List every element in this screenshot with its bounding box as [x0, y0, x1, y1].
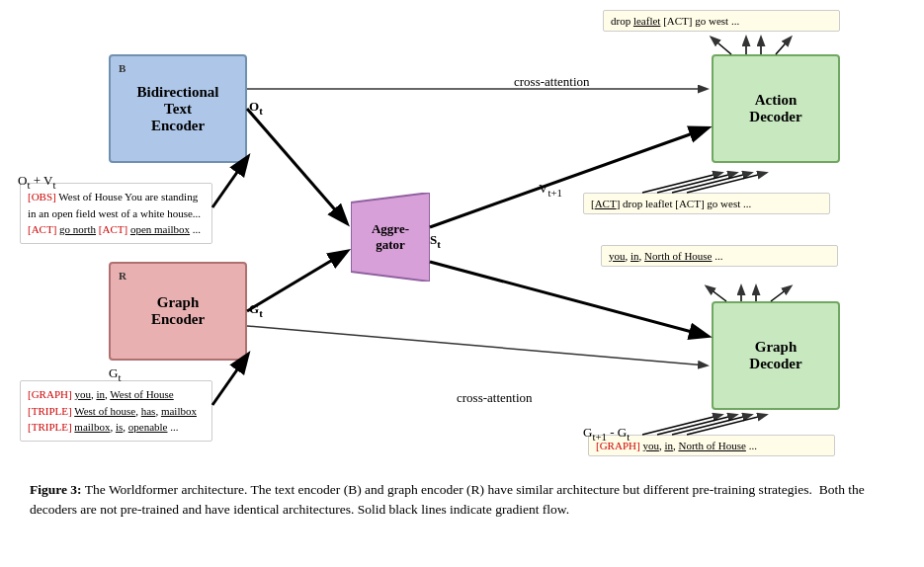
svg-line-16 [687, 173, 766, 193]
text-encoder-box: B BidirectionalTextEncoder [109, 54, 247, 163]
gt1-label: Gt+1 - Gt [583, 425, 630, 443]
svg-line-21 [642, 415, 721, 435]
text-encoder-title: BidirectionalTextEncoder [136, 84, 218, 134]
output-top-box: drop leaflet [ACT] go west ... [603, 10, 840, 32]
output-graph-top-box: you, in, North of House ... [601, 245, 838, 267]
diagram-area: drop leaflet [ACT] go west ... B Bidirec… [0, 0, 924, 474]
text-encoder-label: B [119, 62, 126, 74]
svg-line-6 [212, 356, 247, 405]
gt-label: Gt [249, 301, 263, 319]
vt1-label: Vt+1 [539, 181, 562, 199]
aggregator-box: Aggre-gator [351, 193, 430, 282]
output-mid-text: [ACT] drop leaflet [ACT] go west ... [591, 198, 751, 209]
graph-input-box: [GRAPH] you, in, West of House [TRIPLE] … [20, 380, 212, 442]
svg-line-9 [712, 38, 731, 54]
gt-label2: Gt [109, 365, 121, 383]
svg-line-4 [247, 326, 707, 365]
svg-line-20 [771, 286, 791, 301]
aggregator-label: Aggre-gator [372, 221, 409, 253]
svg-line-12 [776, 38, 791, 54]
svg-line-17 [707, 286, 726, 301]
output-top-text: drop leaflet [ACT] go west ... [611, 15, 739, 27]
graph-decoder-box: GraphDecoder [712, 301, 840, 410]
svg-line-22 [657, 415, 736, 435]
svg-line-23 [672, 415, 751, 435]
graph-encoder-title: GraphEncoder [151, 294, 205, 328]
action-decoder-title: ActionDecoder [749, 92, 801, 125]
svg-line-15 [672, 173, 751, 193]
svg-line-13 [642, 173, 721, 193]
graph-encoder-label: R [119, 270, 126, 282]
svg-line-8 [430, 262, 707, 336]
caption-text: Figure 3: The Worldformer architecture. … [30, 482, 865, 517]
caption-area: Figure 3: The Worldformer architecture. … [0, 474, 924, 530]
svg-line-5 [212, 158, 247, 207]
svg-line-24 [687, 415, 766, 435]
obs-input-box: [OBS] West of House You are standing in … [20, 183, 212, 244]
output-mid-box: [ACT] drop leaflet [ACT] go west ... [583, 193, 830, 214]
graph-decoder-title: GraphDecoder [749, 339, 801, 372]
svg-line-1 [247, 109, 346, 222]
graph-encoder-box: R GraphEncoder [109, 262, 247, 361]
st-label: St [430, 232, 441, 250]
graph-text: [GRAPH] you, in, West of House [TRIPLE] … [28, 388, 197, 433]
cross-attention-top-label: cross-attention [514, 74, 590, 90]
action-decoder-box: ActionDecoder [712, 54, 840, 163]
otvt-label: Ot + Vt [18, 173, 55, 191]
ot-label: Ot [249, 99, 263, 117]
obs-text: [OBS] West of House You are standing in … [28, 191, 201, 235]
svg-line-14 [657, 173, 736, 193]
cross-attention-bot-label: cross-attention [457, 390, 533, 406]
output-graph-top-text: you, in, North of House ... [609, 250, 723, 262]
